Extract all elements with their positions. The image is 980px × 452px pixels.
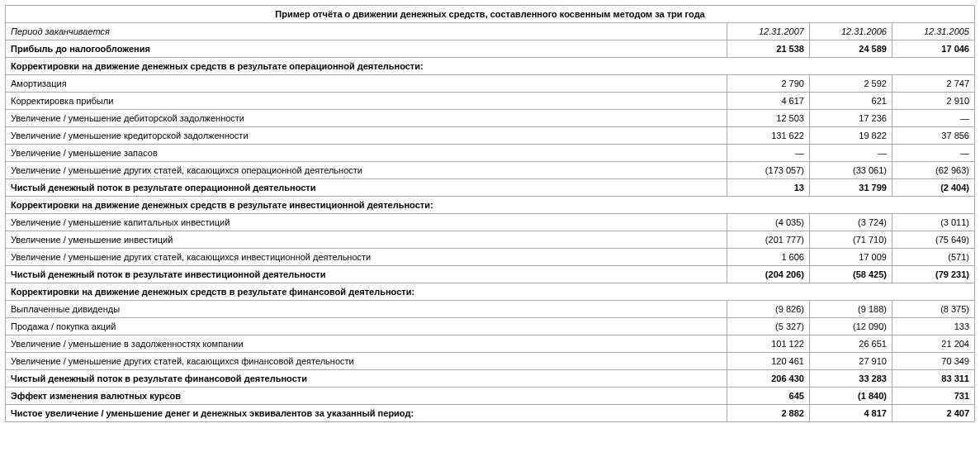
table-row: Увеличение / уменьшение запасов——— bbox=[6, 145, 975, 162]
row-label-5: Увеличение / уменьшение кредиторской зад… bbox=[6, 127, 727, 145]
row-label-9: Корректировки на движение денежных средс… bbox=[6, 197, 975, 214]
table-row: Увеличение / уменьшение в задолженностях… bbox=[6, 335, 975, 353]
row-5-val-1: 19 822 bbox=[809, 127, 892, 145]
table-row: Увеличение / уменьшение других статей, к… bbox=[6, 162, 975, 179]
row-20-val-2: 731 bbox=[892, 388, 974, 405]
row-2-val-1: 2 592 bbox=[809, 75, 892, 93]
row-21-val-2: 2 407 bbox=[892, 405, 974, 422]
table-row: Увеличение / уменьшение инвестиций(201 7… bbox=[6, 231, 975, 249]
table-row: Чистый денежный поток в результате финан… bbox=[6, 370, 975, 388]
row-17-val-0: 101 122 bbox=[727, 335, 809, 353]
row-2-val-0: 2 790 bbox=[727, 75, 809, 93]
table-row: Чистый денежный поток в результате опера… bbox=[6, 179, 975, 197]
row-8-val-2: (2 404) bbox=[892, 179, 974, 197]
row-21-val-1: 4 817 bbox=[809, 405, 892, 422]
row-label-13: Чистый денежный поток в результате инвес… bbox=[6, 266, 727, 283]
period-col-1: 12.31.2006 bbox=[809, 23, 892, 40]
row-5-val-0: 131 622 bbox=[727, 127, 809, 145]
row-label-4: Увеличение / уменьшение дебиторской задо… bbox=[6, 110, 727, 127]
row-17-val-1: 26 651 bbox=[809, 335, 892, 353]
row-15-val-1: (9 188) bbox=[809, 301, 892, 318]
row-label-1: Корректировки на движение денежных средс… bbox=[6, 58, 975, 75]
row-18-val-1: 27 910 bbox=[809, 353, 892, 370]
row-7-val-0: (173 057) bbox=[727, 162, 809, 179]
row-12-val-0: 1 606 bbox=[727, 249, 809, 266]
row-19-val-2: 83 311 bbox=[892, 370, 974, 388]
row-15-val-0: (9 826) bbox=[727, 301, 809, 318]
row-3-val-2: 2 910 bbox=[892, 93, 974, 110]
row-0-val-1: 24 589 bbox=[809, 40, 892, 58]
table-row: Увеличение / уменьшение капитальных инве… bbox=[6, 214, 975, 231]
table-row: Амортизация2 7902 5922 747 bbox=[6, 75, 975, 93]
row-label-18: Увеличение / уменьшение других статей, к… bbox=[6, 353, 727, 370]
table-row: Чистый денежный поток в результате инвес… bbox=[6, 266, 975, 283]
row-4-val-2: — bbox=[892, 110, 974, 127]
row-7-val-1: (33 061) bbox=[809, 162, 892, 179]
table-row: Увеличение / уменьшение дебиторской задо… bbox=[6, 110, 975, 127]
row-label-15: Выплаченные дивиденды bbox=[6, 301, 727, 318]
row-0-val-2: 17 046 bbox=[892, 40, 974, 58]
table-row: Корректировки на движение денежных средс… bbox=[6, 283, 975, 301]
row-label-12: Увеличение / уменьшение других статей, к… bbox=[6, 249, 727, 266]
row-label-2: Амортизация bbox=[6, 75, 727, 93]
row-label-3: Корректировка прибыли bbox=[6, 93, 727, 110]
row-13-val-2: (79 231) bbox=[892, 266, 974, 283]
table-row: Выплаченные дивиденды(9 826)(9 188)(8 37… bbox=[6, 301, 975, 318]
row-6-val-0: — bbox=[727, 145, 809, 162]
row-12-val-2: (571) bbox=[892, 249, 974, 266]
row-label-7: Увеличение / уменьшение других статей, к… bbox=[6, 162, 727, 179]
row-label-10: Увеличение / уменьшение капитальных инве… bbox=[6, 214, 727, 231]
row-3-val-0: 4 617 bbox=[727, 93, 809, 110]
row-10-val-0: (4 035) bbox=[727, 214, 809, 231]
row-16-val-0: (5 327) bbox=[727, 318, 809, 335]
row-6-val-1: — bbox=[809, 145, 892, 162]
row-4-val-0: 12 503 bbox=[727, 110, 809, 127]
row-16-val-2: 133 bbox=[892, 318, 974, 335]
period-col-0: 12.31.2007 bbox=[727, 23, 809, 40]
row-2-val-2: 2 747 bbox=[892, 75, 974, 93]
row-16-val-1: (12 090) bbox=[809, 318, 892, 335]
row-8-val-1: 31 799 bbox=[809, 179, 892, 197]
row-13-val-0: (204 206) bbox=[727, 266, 809, 283]
row-19-val-0: 206 430 bbox=[727, 370, 809, 388]
row-3-val-1: 621 bbox=[809, 93, 892, 110]
period-label: Период заканчивается bbox=[6, 23, 727, 40]
row-6-val-2: — bbox=[892, 145, 974, 162]
row-7-val-2: (62 963) bbox=[892, 162, 974, 179]
row-label-14: Корректировки на движение денежных средс… bbox=[6, 283, 975, 301]
row-label-6: Увеличение / уменьшение запасов bbox=[6, 145, 727, 162]
table-row: Чистое увеличение / уменьшение денег и д… bbox=[6, 405, 975, 422]
row-label-21: Чистое увеличение / уменьшение денег и д… bbox=[6, 405, 727, 422]
row-label-20: Эффект изменения валютных курсов bbox=[6, 388, 727, 405]
table-row: Корректировки на движение денежных средс… bbox=[6, 197, 975, 214]
row-11-val-2: (75 649) bbox=[892, 231, 974, 249]
table-row: Корректировки на движение денежных средс… bbox=[6, 58, 975, 75]
row-15-val-2: (8 375) bbox=[892, 301, 974, 318]
row-label-11: Увеличение / уменьшение инвестиций bbox=[6, 231, 727, 249]
row-20-val-0: 645 bbox=[727, 388, 809, 405]
row-11-val-0: (201 777) bbox=[727, 231, 809, 249]
row-label-8: Чистый денежный поток в результате опера… bbox=[6, 179, 727, 197]
row-18-val-2: 70 349 bbox=[892, 353, 974, 370]
row-5-val-2: 37 856 bbox=[892, 127, 974, 145]
table-row: Эффект изменения валютных курсов645(1 84… bbox=[6, 388, 975, 405]
row-0-val-0: 21 538 bbox=[727, 40, 809, 58]
table-row: Увеличение / уменьшение кредиторской зад… bbox=[6, 127, 975, 145]
cash-flow-table: Пример отчёта о движении денежных средст… bbox=[5, 5, 975, 422]
table-row: Увеличение / уменьшение других статей, к… bbox=[6, 249, 975, 266]
row-13-val-1: (58 425) bbox=[809, 266, 892, 283]
row-20-val-1: (1 840) bbox=[809, 388, 892, 405]
row-4-val-1: 17 236 bbox=[809, 110, 892, 127]
row-8-val-0: 13 bbox=[727, 179, 809, 197]
table-title: Пример отчёта о движении денежных средст… bbox=[6, 6, 975, 23]
row-17-val-2: 21 204 bbox=[892, 335, 974, 353]
table-row: Корректировка прибыли4 6176212 910 bbox=[6, 93, 975, 110]
row-21-val-0: 2 882 bbox=[727, 405, 809, 422]
table-row: Увеличение / уменьшение других статей, к… bbox=[6, 353, 975, 370]
row-label-16: Продажа / покупка акций bbox=[6, 318, 727, 335]
table-row: Прибыль до налогообложения21 53824 58917… bbox=[6, 40, 975, 58]
row-label-0: Прибыль до налогообложения bbox=[6, 40, 727, 58]
row-10-val-2: (3 011) bbox=[892, 214, 974, 231]
row-11-val-1: (71 710) bbox=[809, 231, 892, 249]
row-18-val-0: 120 461 bbox=[727, 353, 809, 370]
